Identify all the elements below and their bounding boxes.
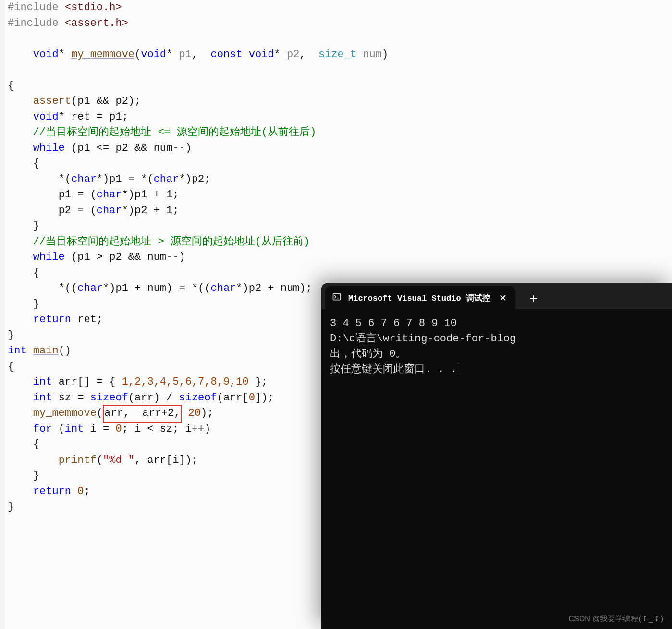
terminal-line: 3 4 5 6 7 6 7 8 9 10	[330, 316, 663, 331]
terminal-tab[interactable]: Microsoft Visual Studio 调试控	[325, 286, 515, 309]
terminal-line: 出，代码为 0。	[330, 347, 663, 362]
comment-line: //当目标空间的起始地址 <= 源空间的起始地址(从前往后)	[8, 125, 672, 141]
terminal-tab-title: Microsoft Visual Studio 调试控	[348, 292, 490, 303]
preprocessor: #include	[8, 17, 65, 29]
plus-icon	[530, 295, 538, 302]
editor-gutter	[0, 0, 5, 629]
close-tab-button[interactable]	[497, 292, 509, 303]
close-icon	[500, 294, 506, 301]
new-tab-button[interactable]	[525, 290, 542, 307]
terminal-titlebar: Microsoft Visual Studio 调试控	[321, 283, 672, 309]
terminal-icon	[332, 292, 342, 304]
terminal-output[interactable]: 3 4 5 6 7 6 7 8 9 10 D:\c语言\writing-code…	[321, 309, 672, 384]
cursor-icon	[458, 363, 458, 375]
include-file: <assert.h>	[65, 17, 128, 29]
terminal-line: D:\c语言\writing-code-for-blog	[330, 331, 663, 347]
highlighted-args: arr, arr+2,	[103, 405, 182, 423]
include-file: <stdio.h>	[65, 1, 122, 13]
svg-rect-0	[333, 293, 341, 300]
terminal-window: Microsoft Visual Studio 调试控 3 4 5 6 7 6 …	[321, 283, 672, 629]
watermark: CSDN @我要学编程(ಥ_ಥ)	[568, 614, 663, 624]
function-name: my_memmove	[71, 48, 134, 60]
terminal-line: 按任意键关闭此窗口. . .	[330, 362, 663, 377]
comment-line: //当目标空间的起始地址 > 源空间的起始地址(从后往前)	[8, 234, 672, 250]
function-name: main	[33, 345, 59, 357]
preprocessor: #include	[8, 1, 65, 13]
